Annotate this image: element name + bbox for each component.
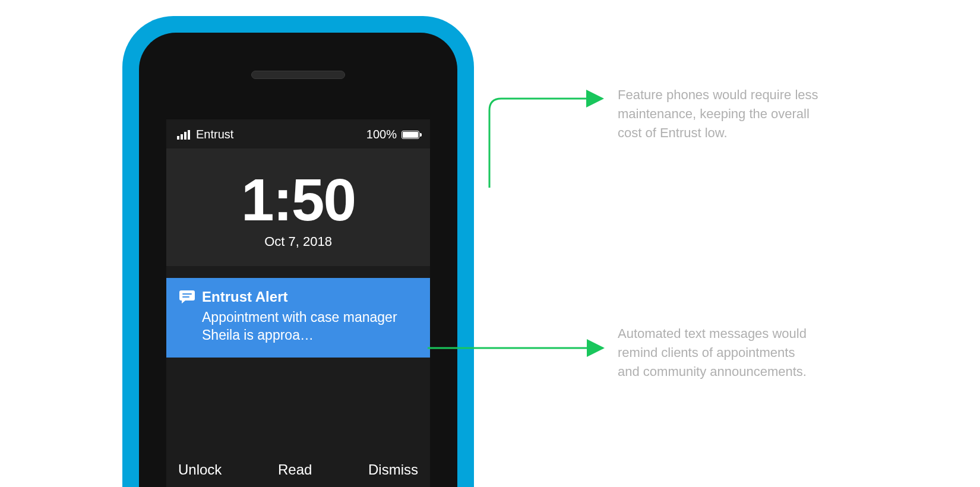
softkey-center-read[interactable]: Read [222,461,368,478]
notification-header: Entrust Alert [179,289,417,305]
softkey-bar: Unlock Read Dismiss [166,452,430,487]
phone-bezel: Entrust 100% 1:50 Oct 7, 2018 [139,33,457,487]
phone-body: Entrust 100% 1:50 Oct 7, 2018 [122,16,474,487]
lock-screen-clock: 1:50 Oct 7, 2018 [166,148,430,266]
status-bar-right: 100% [366,128,419,141]
notification-body: Appointment with case manager Sheila is … [179,309,417,344]
message-icon [179,290,195,303]
notification-title: Entrust Alert [202,289,287,305]
softkey-right-dismiss[interactable]: Dismiss [368,461,418,478]
softkey-left-unlock[interactable]: Unlock [178,461,222,478]
clock-date: Oct 7, 2018 [166,234,430,249]
signal-strength-icon [177,130,190,140]
battery-fill [403,132,418,138]
phone-speaker-grille [251,71,345,79]
status-bar: Entrust 100% [166,119,430,148]
annotation-feature-phone: Feature phones would require less mainte… [618,86,820,143]
callout-arrow-top [483,93,614,194]
annotation-automated-texts: Automated text messages would remind cli… [618,324,820,381]
status-bar-left: Entrust [177,128,233,141]
notification-card[interactable]: Entrust Alert Appointment with case mana… [166,278,430,358]
phone-screen: Entrust 100% 1:50 Oct 7, 2018 [166,119,430,487]
clock-time: 1:50 [166,170,430,229]
battery-icon [402,131,419,139]
battery-percent-label: 100% [366,128,397,141]
carrier-label: Entrust [196,128,233,141]
